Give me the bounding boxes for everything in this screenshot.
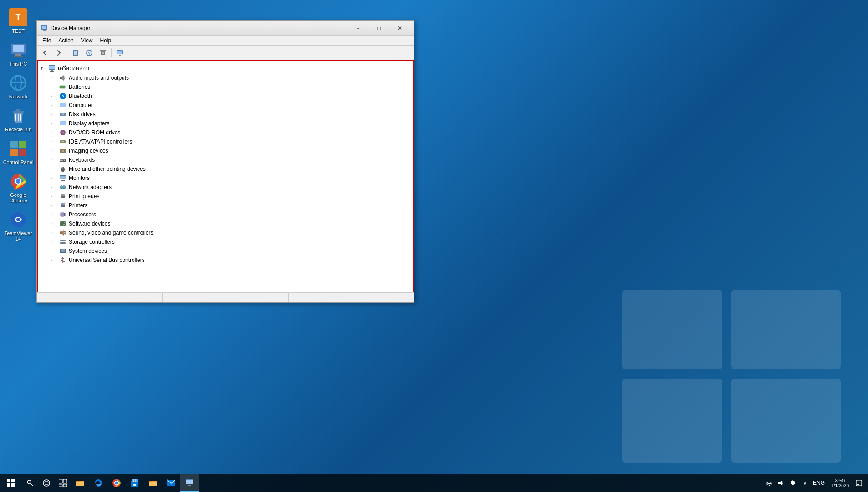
- window-controls: − □ ✕: [347, 21, 410, 36]
- tree-item-software-devices[interactable]: › Software devices: [38, 219, 413, 228]
- tree-item-sound[interactable]: › Sound, video and game controllers: [38, 228, 413, 237]
- network-adapters-icon: [59, 183, 67, 191]
- taskbar-explorer2[interactable]: [144, 474, 162, 492]
- computer-arrow: ›: [51, 103, 58, 108]
- menu-help[interactable]: Help: [97, 36, 115, 46]
- bluetooth-icon: [59, 92, 67, 100]
- tree-item-dvd[interactable]: › DVD/CD-ROM drives: [38, 128, 413, 137]
- window-toolbar: ?: [37, 46, 414, 60]
- svg-rect-97: [61, 197, 65, 197]
- software-devices-icon: [59, 220, 67, 228]
- usb-icon: [59, 256, 67, 264]
- tree-item-display[interactable]: › Display adapters: [38, 119, 413, 128]
- svg-point-61: [62, 114, 63, 115]
- svg-rect-81: [64, 160, 65, 161]
- sound-icon: [59, 229, 67, 237]
- task-view-button[interactable]: [55, 474, 71, 492]
- cortana-button[interactable]: [38, 474, 55, 492]
- tree-item-system[interactable]: › System devices: [38, 246, 413, 256]
- taskbar-mail[interactable]: [162, 474, 180, 492]
- svg-rect-96: [61, 194, 65, 196]
- svg-point-142: [43, 480, 50, 486]
- menu-action[interactable]: Action: [55, 36, 77, 46]
- svg-rect-119: [61, 222, 64, 223]
- desktop-icon-teamviewer[interactable]: TeamViewer 14: [0, 207, 36, 245]
- window-titlebar[interactable]: Device Manager − □ ✕: [37, 21, 414, 36]
- tree-item-printers[interactable]: › Printers: [38, 201, 413, 210]
- print-queues-icon: [59, 192, 67, 200]
- taskbar-device-manager[interactable]: [180, 474, 199, 492]
- usb-arrow: ›: [51, 258, 58, 262]
- close-button[interactable]: ✕: [389, 21, 410, 36]
- tray-network-icon[interactable]: [764, 474, 775, 492]
- toolbar-display-button[interactable]: [113, 46, 126, 59]
- tree-item-storage[interactable]: › Storage controllers: [38, 237, 413, 246]
- maximize-button[interactable]: □: [368, 21, 389, 36]
- batteries-icon: [59, 83, 67, 91]
- svg-rect-7: [13, 45, 24, 52]
- tree-item-disk[interactable]: › Disk drives: [38, 110, 413, 119]
- search-button[interactable]: [22, 474, 38, 492]
- taskbar-edge[interactable]: [89, 474, 107, 492]
- toolbar-forward-button[interactable]: [52, 46, 65, 59]
- svg-rect-19: [19, 141, 26, 148]
- tree-item-monitors[interactable]: › Monitors: [38, 174, 413, 183]
- tray-language[interactable]: ENG: [811, 474, 827, 492]
- menu-view[interactable]: View: [77, 36, 97, 46]
- tree-item-audio[interactable]: › Audio inputs and outputs: [38, 73, 413, 82]
- tray-volume-icon[interactable]: [776, 474, 786, 492]
- desktop-icon-recycle-bin[interactable]: Recycle Bin: [0, 103, 36, 136]
- taskbar-file-explorer[interactable]: [71, 474, 89, 492]
- desktop-icon-test[interactable]: T TEST: [0, 5, 36, 37]
- svg-rect-159: [186, 480, 193, 484]
- device-manager-window: Device Manager − □ ✕ File Action View He…: [36, 20, 414, 303]
- tree-item-print-queues[interactable]: › Print queues: [38, 192, 413, 201]
- svg-rect-139: [11, 483, 15, 487]
- root-label: เครื่องทดสอบ: [58, 64, 89, 72]
- desktop-icon-this-pc[interactable]: This PC: [0, 37, 36, 70]
- tree-item-bluetooth[interactable]: › Bluetooth: [38, 92, 413, 101]
- svg-rect-121: [61, 224, 63, 225]
- taskbar-store[interactable]: [126, 474, 144, 492]
- tree-root-item[interactable]: ▼ เครื่องทดสอบ: [38, 63, 413, 73]
- svg-rect-3: [731, 379, 841, 463]
- tree-item-ide[interactable]: › IDE ATA/ATAPI controllers: [38, 137, 413, 146]
- tray-clock[interactable]: 8:50 1/1/2020: [827, 474, 853, 492]
- minimize-button[interactable]: −: [347, 21, 368, 36]
- google-chrome-icon: [9, 172, 27, 190]
- tray-hidden-icons[interactable]: ∧: [799, 474, 810, 492]
- svg-rect-98: [61, 198, 65, 198]
- tree-item-imaging[interactable]: › Imaging devices: [38, 146, 413, 155]
- desktop-icon-google-chrome[interactable]: Google Chrome: [0, 169, 36, 207]
- taskbar-chrome[interactable]: [107, 474, 126, 492]
- svg-rect-86: [60, 176, 66, 179]
- tray-notifications-icon[interactable]: [787, 474, 798, 492]
- keyboards-arrow: ›: [51, 158, 58, 162]
- desktop-icon-network[interactable]: Network: [0, 70, 36, 103]
- recycle-bin-label: Recycle Bin: [5, 127, 31, 132]
- svg-rect-64: [62, 126, 64, 126]
- tree-item-processors[interactable]: ›: [38, 210, 413, 219]
- tree-item-batteries[interactable]: › Batteries: [38, 82, 413, 92]
- toolbar-uninstall-button[interactable]: [97, 46, 109, 59]
- tree-item-mice[interactable]: › Mice and other pointing devices: [38, 164, 413, 174]
- svg-rect-129: [62, 253, 64, 253]
- start-button[interactable]: [0, 474, 22, 492]
- toolbar-update-driver-button[interactable]: ?: [83, 46, 96, 59]
- tray-action-center[interactable]: [853, 474, 864, 492]
- toolbar-back-button[interactable]: [39, 46, 51, 59]
- tree-item-network[interactable]: › Network adapters: [38, 183, 413, 192]
- tree-item-keyboards[interactable]: › Keyboards: [38, 155, 413, 164]
- svg-point-143: [45, 481, 48, 485]
- menu-file[interactable]: File: [39, 36, 55, 46]
- svg-rect-69: [61, 141, 62, 142]
- tree-item-computer[interactable]: › Computer: [38, 101, 413, 110]
- tree-item-usb[interactable]: › Universal Serial Bus controllers: [38, 256, 413, 265]
- toolbar-properties-button[interactable]: [69, 46, 82, 59]
- this-pc-label: This PC: [9, 61, 27, 67]
- desktop-icon-control-panel[interactable]: Control Panel: [0, 136, 36, 169]
- device-tree[interactable]: ▼ เครื่องทดสอบ ›: [37, 60, 414, 292]
- sound-arrow: ›: [51, 231, 58, 235]
- software-devices-label: Software devices: [69, 220, 110, 227]
- computer-icon: [59, 101, 67, 109]
